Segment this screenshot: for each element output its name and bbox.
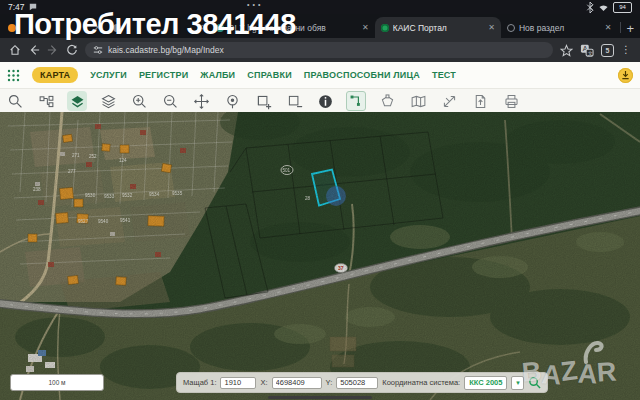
home-button[interactable] [9, 44, 21, 56]
scale-label: Мащаб 1: [183, 378, 216, 387]
menu-item-registri[interactable]: РЕГИСТРИ [139, 70, 188, 80]
collapse-menu-button[interactable] [618, 68, 633, 83]
measure-area-icon[interactable] [377, 91, 397, 111]
locate-icon[interactable] [222, 91, 242, 111]
user-watermark: Потребител 3841448 [14, 8, 296, 41]
zoom-out-icon[interactable] [160, 91, 180, 111]
menu-item-uslugi[interactable]: УСЛУГИ [90, 70, 127, 80]
object-tree-icon[interactable] [36, 91, 56, 111]
tab-kais-close-icon[interactable]: ✕ [488, 23, 495, 32]
translate-icon[interactable]: A文 [580, 44, 594, 57]
url-text: kais.cadastre.bg/bg/Map/Index [108, 45, 224, 55]
tab-divider [620, 22, 621, 33]
new-tab-button[interactable]: + [626, 22, 634, 35]
bazar-letter: R [596, 356, 618, 388]
reload-button[interactable] [66, 44, 78, 56]
tab-olx-close-icon[interactable]: ✕ [362, 23, 369, 32]
layers-icon[interactable] [98, 91, 118, 111]
zoom-box-out-icon[interactable] [284, 91, 304, 111]
menu-item-spravki[interactable]: СПРАВКИ [247, 70, 292, 80]
scale-input[interactable] [220, 377, 256, 389]
bazar-letter: B [521, 356, 543, 389]
menu-item-test[interactable]: ТЕСТ [432, 70, 456, 80]
info-icon[interactable] [315, 91, 335, 111]
download-arrow-icon [621, 70, 630, 80]
tab-new-favicon [507, 24, 515, 32]
zoom-box-in-icon[interactable] [253, 91, 273, 111]
bluetooth-icon [586, 2, 594, 13]
portal-menu-bar: КАРТА УСЛУГИ РЕГИСТРИ ЖАЛБИ СПРАВКИ ПРАВ… [0, 62, 640, 89]
browser-menu-button[interactable]: ⋮ [621, 45, 631, 55]
tab-switcher-button[interactable]: 5 [601, 44, 614, 57]
coordinate-panel: Мащаб 1: X: Y: Координатна система: ККС … [176, 372, 548, 393]
menu-item-pravosposobni-litsa[interactable]: ПРАВОСПОСОБНИ ЛИЦА [304, 70, 420, 80]
pan-icon[interactable] [191, 91, 211, 111]
zoom-in-icon[interactable] [129, 91, 149, 111]
y-input[interactable] [336, 377, 378, 389]
tab-new-close-icon[interactable]: ✕ [605, 23, 612, 32]
back-button[interactable] [28, 44, 40, 56]
map-toolbar [0, 89, 640, 114]
x-input[interactable] [272, 377, 322, 389]
gesture-navigation-pill[interactable] [268, 396, 372, 399]
measure-line-icon[interactable] [346, 91, 366, 111]
bazar-letters: BAZAR [522, 357, 617, 388]
wifi-icon [598, 3, 609, 12]
bookmark-star-icon[interactable] [560, 44, 573, 57]
url-bar: kais.cadastre.bg/bg/Map/Index A文 5 ⋮ [0, 38, 640, 62]
camera-cutout-dots: ••• [247, 1, 263, 8]
scale-bar: 100 м [10, 374, 104, 391]
page-info-tune-icon[interactable] [93, 45, 103, 55]
tab-kais-favicon [381, 24, 389, 32]
layers-visible-icon[interactable] [67, 91, 87, 111]
apps-grid-icon[interactable] [7, 69, 20, 82]
search-icon[interactable] [5, 91, 25, 111]
omnibox[interactable]: kais.cadastre.bg/bg/Map/Index [85, 42, 553, 58]
forward-button[interactable] [47, 44, 59, 56]
map-sheets-icon[interactable] [408, 91, 428, 111]
tab-new[interactable]: Нов раздел ✕ [501, 17, 618, 38]
battery-icon: 94 [613, 2, 632, 13]
menu-item-zhalbi[interactable]: ЖАЛБИ [200, 70, 235, 80]
transform-arrows-icon[interactable] [439, 91, 459, 111]
svg-text:文: 文 [588, 49, 593, 55]
bazar-watermark: BAZAR [522, 342, 632, 388]
export-page-icon[interactable] [470, 91, 490, 111]
tab-kais-active[interactable]: КАИС Портал ✕ [375, 17, 501, 38]
print-icon[interactable] [501, 91, 521, 111]
bazar-letter: Z [559, 355, 579, 388]
crs-label: Координатна система: [382, 378, 460, 387]
crs-select[interactable]: ККС 2005 [464, 376, 507, 390]
bazar-letter: A [577, 359, 598, 391]
x-label: X: [260, 378, 267, 387]
y-label: Y: [326, 378, 333, 387]
bazar-letter: A [540, 359, 562, 391]
menu-item-karta[interactable]: КАРТА [32, 67, 78, 83]
